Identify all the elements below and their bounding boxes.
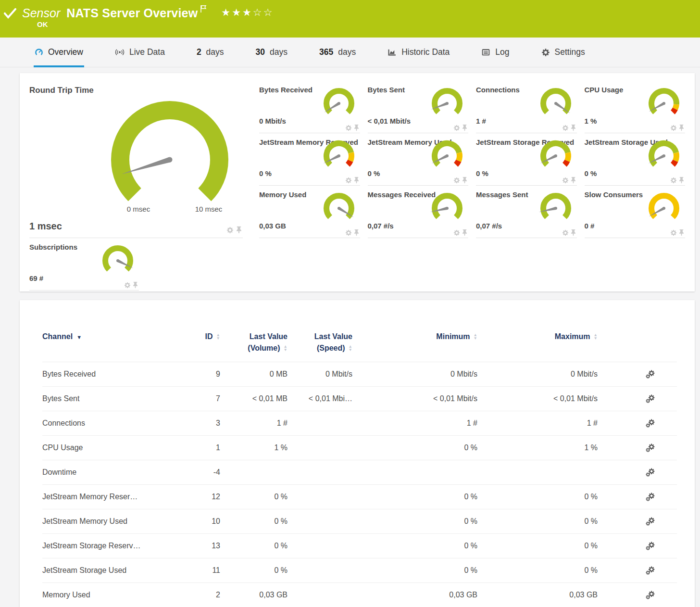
channel-settings-icon[interactable] (646, 443, 655, 453)
cell-actions (607, 436, 677, 460)
pin-icon[interactable] (462, 229, 467, 236)
tab-settings[interactable]: Settings (540, 38, 586, 67)
mini-gauge-panel-jetstream-storage-reserved[interactable]: JetStream Storage Reserved 0 % (476, 133, 577, 186)
mini-gauge-panel-jetstream-memory-reserved[interactable]: JetStream Memory Reserved 0 % (259, 133, 360, 186)
pin-icon[interactable] (236, 226, 242, 234)
channel-settings-icon[interactable] (646, 468, 655, 477)
pin-icon[interactable] (354, 229, 359, 236)
channels-table-panel: Channel▼ ID▲▼ Last Value (Volume)▲▼ Last… (20, 300, 695, 607)
table-row: JetStream Memory Reser… 12 0 % 0 % 0 % (42, 485, 677, 509)
cell-actions (607, 387, 677, 411)
sort-arrows-icon[interactable]: ▲▼ (216, 333, 220, 341)
channel-settings-icon[interactable] (646, 517, 655, 526)
gear-icon[interactable] (226, 227, 234, 234)
gear-icon[interactable] (345, 177, 352, 184)
flag-icon[interactable] (200, 5, 207, 13)
mini-gauge-panel-slow-consumers[interactable]: Slow Consumers 0 # (585, 186, 686, 238)
mini-gauge-panel-connections[interactable]: Connections 1 # (476, 81, 577, 133)
sort-arrows-icon[interactable]: ▲▼ (474, 333, 477, 341)
gear-icon[interactable] (453, 125, 460, 131)
mini-gauge-panel-bytes-received[interactable]: Bytes Received 0 Mbit/s (259, 81, 360, 133)
sort-arrows-icon[interactable]: ▲▼ (594, 333, 598, 341)
cell-id: -4 (187, 460, 230, 485)
cell-channel: Connections (42, 411, 187, 436)
gear-icon[interactable] (670, 177, 677, 184)
col-minimum[interactable]: Minimum▲▼ (362, 331, 487, 362)
tab-historic-data[interactable]: Historic Data (387, 38, 450, 67)
cell-minimum: 0 Mbit/s (362, 362, 487, 387)
mini-gauge-panel-memory-used[interactable]: Memory Used 0,03 GB (259, 186, 360, 238)
round-trip-time-panel[interactable]: Round Trip Time 0 msec 10 msec 1 msec (29, 81, 243, 238)
tab-overview[interactable]: Overview (34, 38, 84, 67)
gear-icon[interactable] (453, 229, 460, 236)
pin-icon[interactable] (571, 229, 576, 236)
tab-bar: Overview Live Data 2days 30days 365days … (0, 38, 700, 67)
channel-settings-icon[interactable] (646, 394, 655, 404)
mini-gauge-panel-messages-received[interactable]: Messages Received 0,07 #/s (368, 186, 469, 238)
pin-icon[interactable] (462, 177, 467, 184)
pin-icon[interactable] (354, 124, 359, 131)
col-label: (Speed) (317, 342, 345, 354)
mini-gauge-panel-jetstream-memory-used[interactable]: JetStream Memory Used 0 % (368, 133, 469, 186)
pin-icon[interactable] (571, 124, 576, 131)
stars-filled: ★★★ (221, 7, 252, 18)
table-row: Downtime -4 (42, 460, 677, 485)
mini-gauge-panel-bytes-sent[interactable]: Bytes Sent < 0,01 Mbit/s (368, 81, 469, 133)
cell-maximum: 0 % (487, 485, 607, 509)
channel-settings-icon[interactable] (646, 566, 655, 575)
pin-icon[interactable] (679, 124, 684, 131)
pin-icon[interactable] (354, 177, 359, 184)
gear-icon[interactable] (345, 125, 352, 131)
col-channel[interactable]: Channel▼ (42, 331, 187, 362)
gear-icon[interactable] (562, 229, 569, 236)
pin-icon[interactable] (679, 177, 684, 184)
pin-icon[interactable] (133, 281, 138, 289)
cell-channel: JetStream Memory Reser… (42, 485, 187, 509)
cell-id: 9 (187, 362, 230, 387)
tab-log[interactable]: Log (480, 38, 510, 67)
col-last-value-speed[interactable]: Last Value (Speed)▲▼ (297, 331, 362, 362)
mini-gauge-panel-cpu-usage[interactable]: CPU Usage 1 % (585, 81, 686, 133)
gauge-chart (428, 192, 466, 227)
cell-channel: Downtime (42, 460, 187, 485)
gauge-chart (537, 192, 575, 227)
tab-num: 365 (319, 47, 333, 57)
channel-settings-icon[interactable] (646, 419, 655, 428)
pin-icon[interactable] (462, 124, 467, 131)
sort-arrows-icon[interactable]: ▲▼ (349, 345, 352, 352)
gear-icon[interactable] (670, 125, 677, 131)
gear-icon[interactable] (124, 282, 131, 289)
col-maximum[interactable]: Maximum▲▼ (487, 331, 607, 362)
gear-icon[interactable] (562, 125, 569, 131)
tab-30-days[interactable]: 30days (255, 38, 288, 67)
cell-volume: 0,03 GB (230, 583, 297, 607)
pin-icon[interactable] (571, 177, 576, 184)
gear-icon[interactable] (562, 177, 569, 184)
gear-icon[interactable] (670, 229, 677, 236)
channel-settings-icon[interactable] (646, 591, 655, 600)
cell-minimum: 0 % (362, 509, 487, 534)
tab-365-days[interactable]: 365days (318, 38, 357, 67)
mini-gauge-panel-subscriptions[interactable]: Subscriptions 69 # (29, 238, 139, 291)
mini-gauge-panel-jetstream-storage-used[interactable]: JetStream Storage Used 0 % (585, 133, 686, 186)
mini-gauge-panel-messages-sent[interactable]: Messages Sent 0,07 #/s (476, 186, 577, 238)
table-row: Connections 3 1 # 1 # 1 # (42, 411, 677, 436)
col-id[interactable]: ID▲▼ (187, 331, 230, 362)
channel-settings-icon[interactable] (646, 542, 655, 551)
tab-live-data[interactable]: Live Data (114, 38, 166, 67)
gear-icon[interactable] (345, 229, 352, 236)
channel-settings-icon[interactable] (646, 370, 655, 379)
gear-icon[interactable] (453, 177, 460, 184)
sort-arrows-icon[interactable]: ▲▼ (284, 345, 288, 352)
tab-label: Log (495, 47, 509, 57)
col-label: ID (205, 331, 213, 342)
channel-settings-icon[interactable] (646, 493, 655, 502)
tab-2-days[interactable]: 2days (196, 38, 225, 67)
pin-icon[interactable] (679, 229, 684, 236)
cell-channel: Memory Used (42, 583, 187, 607)
gauge-value: 0 % (368, 169, 380, 177)
col-last-value-volume[interactable]: Last Value (Volume)▲▼ (230, 331, 297, 362)
sort-desc-icon[interactable]: ▼ (76, 334, 82, 340)
priority-stars[interactable]: ★★★☆☆ (221, 7, 274, 18)
tab-num: 30 (256, 47, 265, 57)
